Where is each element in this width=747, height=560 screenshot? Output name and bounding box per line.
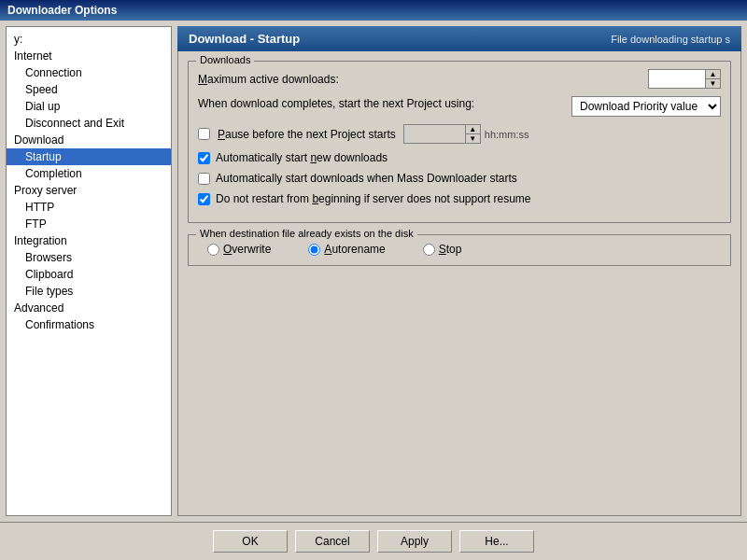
sidebar-item-internet[interactable]: Internet [7,48,171,64]
pause-row: Pause before the next Project starts 00:… [198,124,721,144]
when-complete-label: When download completes, start the next … [198,96,564,112]
sidebar-item-integration[interactable]: Integration [7,232,171,249]
sidebar-item-dialup[interactable]: Dial up [7,98,171,115]
no-restart-label: Do not restart from beginning if server … [216,192,531,205]
disk-exists-group: When destination file already exists on … [188,234,731,266]
window-title: Downloader Options [7,4,117,17]
max-active-spinner: ▲ ▼ [705,70,720,88]
auto-start-mass-row: Automatically start downloads when Mass … [198,172,721,185]
sidebar-item-connection[interactable]: Connection [7,64,171,81]
ok-button[interactable]: OK [213,530,288,553]
cancel-button[interactable]: Cancel [295,530,370,553]
sidebar-item-proxy[interactable]: Proxy server [7,182,171,199]
max-active-input-group: 10 ▲ ▼ [648,69,721,89]
stop-option: Stop [423,243,462,256]
pause-time-spinner: ▲ ▼ [465,125,480,143]
auto-start-checkbox[interactable] [198,152,210,164]
stop-radio[interactable] [423,244,435,256]
panel-body: Downloads Maximum active downloads: 10 ▲… [177,51,741,516]
sidebar-item-clipboard[interactable]: Clipboard [7,266,171,283]
sidebar-item-confirmations[interactable]: Confirmations [7,316,171,333]
when-complete-select[interactable]: Download Priority value Creation order A… [571,96,721,117]
max-active-label: Maximum active downloads: [198,73,641,86]
sidebar-item-browsers[interactable]: Browsers [7,249,171,266]
pause-time-group: 00:00:00 ▲ ▼ hh:mm:ss [403,124,529,144]
no-restart-row: Do not restart from beginning if server … [198,192,721,205]
panel-header-subtitle: File downloading startup s [611,34,730,45]
sidebar-item-advanced[interactable]: Advanced [7,300,171,316]
help-button[interactable]: He... [459,530,534,553]
overwrite-option: Overwrite [207,243,271,256]
pause-time-unit: hh:mm:ss [485,129,529,140]
max-active-up[interactable]: ▲ [706,70,720,79]
sidebar-item-disconnect[interactable]: Disconnect and Exit [7,115,171,132]
pause-label: Pause before the next Project starts [218,128,396,141]
overwrite-label: Overwrite [223,243,271,256]
auto-start-label: Automatically start new downloads [216,151,388,164]
pause-time-down[interactable]: ▼ [466,134,480,143]
sidebar-item-http[interactable]: HTTP [7,199,171,216]
bottom-bar: OK Cancel Apply He... [0,522,747,560]
sidebar-category-label: y: [7,31,171,48]
panel-header: Download - Startup File downloading star… [177,26,741,51]
sidebar-item-ftp[interactable]: FTP [7,216,171,232]
when-complete-row: When download completes, start the next … [198,96,721,117]
max-active-down[interactable]: ▼ [706,79,720,88]
auto-start-mass-label: Automatically start downloads when Mass … [216,172,517,185]
right-panel: Download - Startup File downloading star… [177,26,741,516]
stop-label: Stop [439,243,462,256]
pause-time-input[interactable]: 00:00:00 [404,125,465,143]
pause-time-up[interactable]: ▲ [466,125,480,134]
sidebar-item-download[interactable]: Download [7,132,171,148]
pause-time-input-box: 00:00:00 ▲ ▼ [403,124,481,144]
autorename-label: Autorename [324,243,385,256]
apply-button[interactable]: Apply [377,530,452,553]
disk-exists-group-label: When destination file already exists on … [196,228,417,239]
pause-checkbox[interactable] [198,128,210,140]
max-active-row: Maximum active downloads: 10 ▲ ▼ [198,69,721,89]
panel-header-title: Download - Startup [189,32,300,46]
auto-start-row: Automatically start new downloads [198,151,721,164]
sidebar-item-filetypes[interactable]: File types [7,283,171,300]
downloads-group-label: Downloads [196,54,254,65]
sidebar-item-startup[interactable]: Startup [7,148,171,165]
auto-start-mass-checkbox[interactable] [198,173,210,185]
autorename-radio[interactable] [308,244,320,256]
downloads-group: Downloads Maximum active downloads: 10 ▲… [188,61,731,223]
max-active-input[interactable]: 10 [649,70,705,88]
no-restart-checkbox[interactable] [198,193,210,205]
disk-exists-radio-row: Overwrite Autorename Stop [198,243,721,256]
autorename-option: Autorename [308,243,385,256]
sidebar: y: Internet Connection Speed Dial up Dis… [6,26,172,516]
sidebar-item-completion[interactable]: Completion [7,165,171,182]
sidebar-item-speed[interactable]: Speed [7,81,171,98]
overwrite-radio[interactable] [207,244,219,256]
